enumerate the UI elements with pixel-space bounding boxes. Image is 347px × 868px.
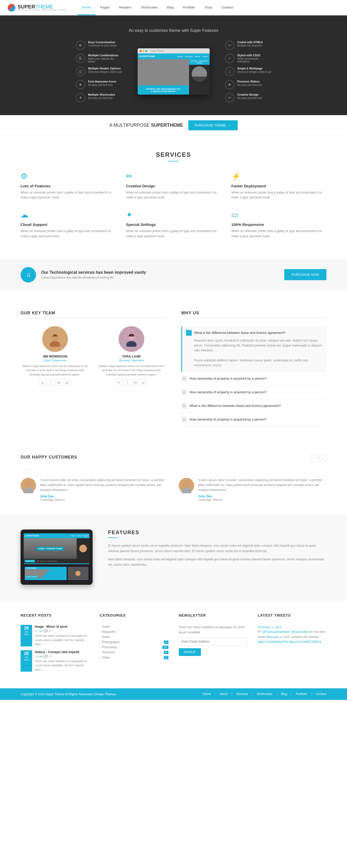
font-awesome-icon: ★ (76, 80, 85, 89)
testimonial-2-company: Cambridge Telecom (198, 498, 327, 501)
prev-arrow[interactable]: ‹ (311, 455, 318, 462)
feature-r1-title: Coded with HTML5 (237, 41, 263, 44)
next-arrow[interactable]: › (319, 455, 326, 462)
hero-feature-1: ⚙ Easy Customisation Customize to your n… (76, 41, 122, 50)
customers-title: OUR HAPPY CUSTOMERS (21, 455, 77, 462)
faq-header-2[interactable]: + How ownership of property is acquired … (181, 376, 327, 381)
post-1-title: Image - Minus id quod (35, 625, 89, 628)
feature-5-desc: An easy use font icon (88, 97, 115, 99)
customers-section: OUR HAPPY CUSTOMERS ‹ › "Lorem ipsum dol… (0, 442, 347, 514)
team-member-jim: JIM MORRISON Chief Programmer Saleem nai… (21, 326, 89, 386)
customers-header: OUR HAPPY CUSTOMERS ‹ › (21, 455, 326, 462)
category-photography-link[interactable]: Photography (102, 640, 120, 644)
tara-bio: Saleem naijar kaazram eene can be disbur… (97, 364, 166, 377)
jim-google-icon[interactable]: g+ (64, 379, 71, 386)
testimonial-1-author: John Doe (40, 495, 169, 498)
lightning-icon: ⚡ (231, 172, 326, 181)
post-2-title: Gallery - Cumque nihil impedit (35, 650, 89, 654)
banner-left: ♫ Our Technological services has been im… (21, 267, 146, 282)
nav-home[interactable]: Home (78, 0, 96, 15)
category-technical-link[interactable]: Technical (102, 651, 115, 654)
nav-portfolio[interactable]: Portfolio (178, 0, 200, 15)
features-divider (108, 537, 118, 538)
purchase-theme-button[interactable]: PURCHASE THEME → (188, 120, 238, 130)
service-3-desc: When an unknown printer took a galley of… (231, 190, 326, 200)
footer-link-contact[interactable]: Contact (316, 692, 326, 696)
footer-link-blog[interactable]: Blog (281, 692, 287, 696)
team-member-tara: TARA LANE Business Specialist Saleem nai… (97, 326, 166, 386)
nav-pages[interactable]: Pages (95, 0, 114, 15)
testimonial-2-text: "Lorem ipsum dolor sit amet, consectetur… (198, 478, 327, 493)
faq-question-4: What is the difference between lease and… (190, 404, 281, 408)
tweets-col: LATEST TWEETS December 1, 2013 RT @Start… (258, 613, 326, 676)
faq-item-5: + How ownership of property is acquired … (181, 413, 327, 426)
footer-link-services[interactable]: Services (236, 692, 248, 696)
faq-header-4[interactable]: + What is the difference between lease a… (181, 403, 327, 409)
pencil-icon: ✏ (126, 172, 221, 181)
tara-facebook-icon[interactable]: f (124, 379, 131, 386)
purchase-now-button[interactable]: PURCHASE NOW (284, 269, 326, 280)
post-item-2: 28 Jan 2014 Gallery - Cumque nihil imped… (21, 650, 89, 672)
faq-toggle-5: + (181, 417, 187, 422)
nav-blog[interactable]: Blog (162, 0, 178, 15)
tara-google-icon[interactable]: g+ (140, 379, 147, 386)
header-options-icon: ◫ (76, 67, 85, 76)
nav-shortcodes[interactable]: Shortcodes (136, 0, 162, 15)
mockup-hero-bg: WITNESS THE AWESOMENESS OFA SINGLE PAGE … (138, 59, 189, 95)
hero-features-right: </> Coded with HTML5 Multiple rich Featu… (225, 41, 271, 102)
category-news-link[interactable]: News (102, 635, 110, 639)
jim-name: JIM MORRISON (21, 354, 89, 358)
faq-toggle-2: + (181, 376, 187, 381)
category-audio-link[interactable]: Audio (102, 625, 110, 628)
category-video-link[interactable]: Video (102, 656, 110, 659)
tweet-1: December 1, 2013 RT @StartupSmartnow: @c… (258, 625, 326, 644)
feature-5-title: Multiple Shortcodes (88, 93, 115, 96)
category-news: › News (99, 635, 168, 639)
svg-point-4 (126, 341, 137, 347)
tara-avatar (119, 326, 144, 352)
faq-header-3[interactable]: + How ownership of property is acquired … (181, 390, 327, 395)
categories-title: CATEGORIES (99, 613, 168, 620)
category-audio: › Audio (99, 625, 168, 628)
footer-link-about[interactable]: About (220, 692, 227, 696)
hero-section: An easy to customize theme with Super Fe… (0, 16, 347, 115)
tara-twitter-icon[interactable]: tw (132, 379, 139, 386)
footer-link-portfolio[interactable]: Portfolio (296, 692, 307, 696)
mockup-inner: SUPERTHEME Home Services About Pages WIT… (138, 54, 210, 95)
hero-feature-r5: ✏ Creative Design An easy use font icon (225, 93, 271, 102)
nav-headers[interactable]: Headers (114, 0, 136, 15)
category-photoshop-link[interactable]: Photoshop (102, 645, 117, 649)
recent-posts-col: RECENT POSTS 28 Jan 2014 Image - Minus i… (21, 613, 89, 676)
hero-feature-3: ◫ Multiple Header Options Give your desi… (76, 67, 122, 76)
newsletter-text: There are many variations of passages of… (179, 625, 248, 634)
feature-r2-title: Slyled with CSS3 (237, 54, 271, 57)
faq-header-1[interactable]: − What is the difference between lease a… (186, 330, 323, 336)
category-magazine-link[interactable]: Magazine (102, 630, 115, 633)
footer-link-shortcodes[interactable]: Shortcodes (257, 692, 272, 696)
footer-bottom: Copyright © 2014 Super Theme All Rights … (0, 688, 347, 700)
footer-link-home[interactable]: Home (203, 692, 211, 696)
jim-twitter-icon[interactable]: tw (56, 379, 62, 386)
jim-avatar-svg (47, 331, 63, 347)
tara-linkedin-icon[interactable]: in (116, 379, 122, 386)
faq-question-1: What is the difference between lease and… (194, 331, 286, 335)
gear-icon: ⚙ (21, 172, 116, 181)
jim-linkedin-icon[interactable]: in (39, 379, 46, 386)
nav-contact[interactable]: Contact (217, 0, 238, 15)
feature-r1-desc: Multiple rich Features (237, 44, 263, 47)
features-text-1: Et harum quidem rerum facilis est et exp… (108, 543, 326, 554)
nav-shop[interactable]: Shop (200, 0, 217, 15)
hero-feature-r3: □ Single & Multipage Give your design a … (225, 67, 271, 76)
features-title: FEATURES (108, 529, 326, 535)
testimonial-1-text: "Lorem ipsum dolor sit amet, consectetur… (40, 478, 169, 493)
signup-button[interactable]: SIGNUP (179, 648, 201, 656)
jim-facebook-icon[interactable]: f (48, 379, 54, 386)
testimonial-2-content: "Lorem ipsum dolor sit amet, consectetur… (198, 478, 327, 501)
feature-2-title: Multiple Combinations (88, 54, 122, 57)
mockup-dot-green (145, 50, 147, 52)
faq-header-5[interactable]: + How ownership of property is acquired … (181, 417, 327, 422)
service-1-title: Lots of Features (21, 184, 116, 188)
newsletter-email-input[interactable] (179, 638, 248, 646)
sliders-icon: ★ (225, 80, 234, 89)
faq-question-3: How ownership of property is acquired by… (190, 390, 267, 394)
